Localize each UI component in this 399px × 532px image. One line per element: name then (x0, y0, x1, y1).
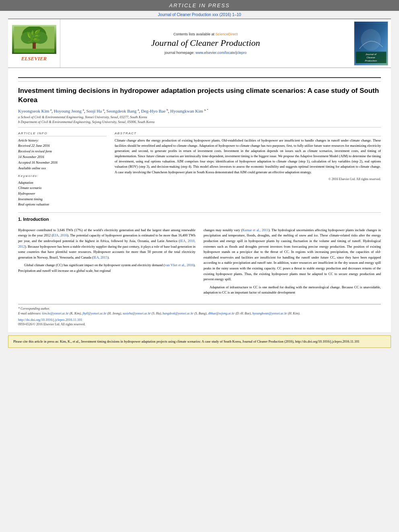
abstract-column: ABSTRACT Climate change alters the energ… (115, 131, 381, 207)
thumbnail-image: Journal of Cleaner Production (354, 24, 388, 63)
journal-homepage-url[interactable]: www.elsevier.com/locate/jclepro (195, 51, 247, 55)
author-jeong[interactable]: Hoyoung Jeong (54, 109, 82, 113)
intro-col1-text: Hydropower contributed to 3,646 TWh (17%… (18, 228, 195, 274)
email-bang[interactable]: bangdeok@yonsei.ac.kr (162, 312, 193, 315)
journal-info-center: Contents lists available at ScienceDirec… (60, 19, 351, 68)
author-bang[interactable]: Seongdeok Bang (107, 109, 137, 113)
keyword-adaptation: Adaptation (18, 180, 107, 186)
received-date: Received 22 June 2016 (18, 144, 107, 148)
affiliation-divider (18, 127, 381, 127)
article-info-label: ARTICLE INFO (18, 131, 107, 136)
article-title: Investment timing decisions in hydropowe… (18, 86, 381, 105)
kumar-ref[interactable]: Kumar et al., 2011 (242, 228, 268, 232)
intro-body: Hydropower contributed to 3,646 TWh (17%… (18, 228, 381, 298)
keyword-climate-scenario: Climate scenario (18, 185, 107, 191)
sciencedirect-link[interactable]: ScienceDirect (216, 32, 238, 36)
affiliation-a: a School of Civil & Environmental Engine… (18, 115, 381, 119)
journal-header: ELSEVIER Contents lists available at Sci… (8, 18, 391, 68)
intro-p1: Hydropower contributed to 3,646 TWh (17%… (18, 228, 195, 261)
author-ha[interactable]: Sooji Ha (86, 109, 102, 113)
authors-line: Kyeongseok Kim a, Hoyoung Jeong a, Sooji… (18, 108, 381, 113)
doi-link[interactable]: http://dx.doi.org/10.1016/j.jclepro.2016… (18, 318, 381, 322)
iea-ref1[interactable]: IEA, 2010, 2012 (18, 239, 195, 249)
svg-point-3 (33, 32, 47, 44)
journal-thumbnail: Journal of Cleaner Production (354, 21, 388, 66)
revised-label: Received in revised form (18, 149, 107, 154)
journal-homepage-line: journal homepage: www.elsevier.com/locat… (165, 51, 247, 55)
elsevier-brand-text: ELSEVIER (21, 55, 47, 62)
email-kim2[interactable]: hyoungkwan@yonsei.ac.kr (252, 312, 287, 315)
iea-ref2[interactable]: IEA, 2015 (93, 255, 107, 259)
online-date: Available online xxx (18, 166, 107, 171)
keywords-label: Keywords: (18, 174, 107, 179)
intro-col2: changes may notably vary (Kumar et al., … (204, 228, 381, 298)
keyword-hydropower: Hydropower (18, 191, 107, 197)
journal-image (12, 25, 56, 54)
issn-line: 0959-6526/© 2016 Elsevier Ltd. All right… (18, 322, 381, 326)
intro-col1: Hydropower contributed to 3,646 TWh (17%… (18, 228, 195, 298)
article-info-abstract-section: ARTICLE INFO Article history: Received 2… (18, 131, 381, 207)
email-bae[interactable]: dhhae@sejong.ac.kr (208, 312, 234, 315)
author-kim2[interactable]: Hyoungkwan Kim (170, 109, 203, 113)
footnote-area: * Corresponding author. E-mail addresses… (18, 304, 381, 326)
accepted-date: Accepted 16 November 2016 (18, 160, 107, 165)
abstract-label: ABSTRACT (115, 131, 381, 136)
intro-col2-p1: changes may notably vary (Kumar et al., … (204, 228, 381, 282)
header-divider-bottom (18, 81, 381, 82)
email-kim[interactable]: kim.ks@yonsei.ac.kr (42, 312, 69, 315)
revised-date: 14 November 2016 (18, 155, 107, 160)
intro-heading: 1. Introduction (18, 217, 381, 222)
svg-text:Production: Production (365, 59, 377, 62)
article-info-column: ARTICLE INFO Article history: Received 2… (18, 131, 107, 207)
corresponding-author-note: * Corresponding author. (18, 306, 381, 311)
contents-available-line: Contents lists available at ScienceDirec… (173, 32, 238, 36)
tree-decoration (14, 27, 54, 53)
intro-p2: Global climate change (CC) has significa… (18, 263, 195, 273)
svg-rect-5 (14, 49, 54, 53)
author-kim[interactable]: Kyeongseok Kim (18, 109, 49, 113)
intro-col2-p2: Adaptation of infrastructure to CC is on… (204, 285, 381, 296)
elsevier-logo-area: ELSEVIER (8, 19, 60, 68)
email-jeong[interactable]: jhy0@yonsei.ac.kr (82, 312, 107, 315)
svg-point-2 (21, 32, 35, 44)
svg-text:Journal of: Journal of (365, 53, 377, 55)
copyright-line: © 2016 Elsevier Ltd. All rights reserved… (115, 177, 381, 181)
eia-ref[interactable]: EIA, 2016 (53, 233, 67, 237)
email-ha[interactable]: susieha@yonsei.ac.kr (123, 312, 151, 315)
vanvliet-ref[interactable]: van Vliet et al., 2016 (165, 263, 193, 267)
affiliation-b: b Department of Civil & Environmental En… (18, 120, 381, 124)
author-bae[interactable]: Deg-Hyo Bae (141, 109, 166, 113)
abstract-text: Climate change alters the energy product… (115, 138, 381, 175)
journal-title: Journal of Cleaner Production (151, 38, 260, 48)
article-in-press-banner: ARTICLE IN PRESS (0, 0, 399, 11)
journal-thumbnail-area: Journal of Cleaner Production (351, 19, 391, 68)
keywords-section: Keywords: Adaptation Climate scenario Hy… (18, 174, 107, 207)
main-content-area: Investment timing decisions in hydropowe… (8, 68, 391, 332)
journal-reference-line: Journal of Cleaner Production xxx (2016)… (0, 11, 399, 18)
header-divider-top (18, 77, 381, 78)
citation-bar: Please cite this article in press as: Ki… (8, 335, 391, 348)
keyword-investment-timing: Investment timing (18, 197, 107, 202)
svg-text:Cleaner: Cleaner (366, 56, 376, 59)
content-divider (18, 212, 381, 213)
article-history: Article history: Received 22 June 2016 R… (18, 138, 107, 171)
intro-col2-text: changes may notably vary (Kumar et al., … (204, 228, 381, 296)
svg-point-7 (361, 29, 381, 50)
keyword-real-options: Real options valuation (18, 202, 107, 207)
email-addresses: E-mail addresses: kim.ks@yonsei.ac.kr (K… (18, 311, 381, 316)
